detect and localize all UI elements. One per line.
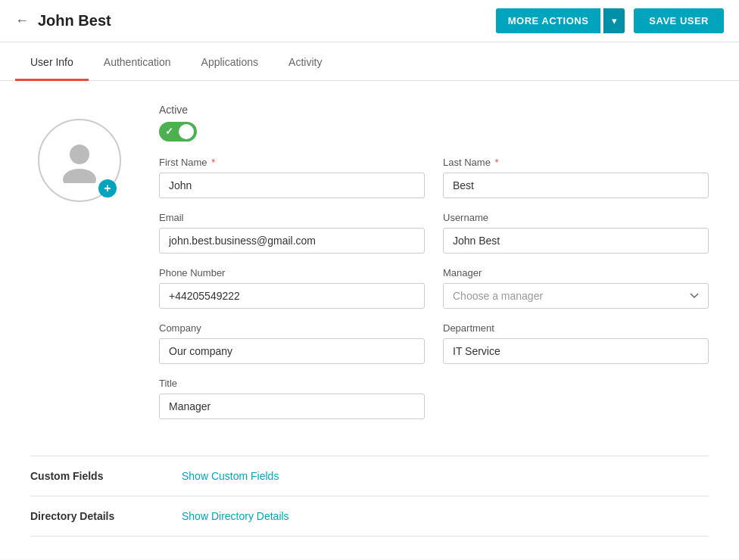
save-user-button[interactable]: SAVE USER <box>634 8 724 33</box>
phone-input[interactable] <box>159 283 425 309</box>
tabs-bar: User Info Authentication Applications Ac… <box>0 42 739 81</box>
back-button[interactable]: ← <box>15 13 29 29</box>
department-input[interactable] <box>443 338 709 364</box>
form-section: + Active ✓ First Name * <box>30 104 709 456</box>
manager-group: Manager Choose a manager <box>443 267 709 309</box>
tab-user-info[interactable]: User Info <box>15 42 89 81</box>
first-name-label: First Name * <box>159 157 425 168</box>
tab-authentication[interactable]: Authentication <box>89 42 186 81</box>
company-label: Company <box>159 322 425 334</box>
title-label: Title <box>159 378 425 389</box>
first-name-required: * <box>209 157 216 168</box>
first-name-group: First Name * <box>159 157 425 198</box>
more-actions-button[interactable]: MORE ACTIONS <box>496 8 601 33</box>
avatar-container: + <box>30 104 129 433</box>
last-name-group: Last Name * <box>443 157 709 198</box>
header-left: ← John Best <box>15 12 111 30</box>
app-header: ← John Best MORE ACTIONS ▾ SAVE USER <box>0 0 739 42</box>
custom-fields-label: Custom Fields <box>30 470 182 482</box>
company-department-row: Company Department <box>159 322 709 364</box>
show-directory-details-link[interactable]: Show Directory Details <box>182 510 289 522</box>
department-label: Department <box>443 322 709 334</box>
tab-activity[interactable]: Activity <box>273 42 337 81</box>
email-group: Email <box>159 212 425 254</box>
tab-applications[interactable]: Applications <box>186 42 274 81</box>
last-name-label: Last Name * <box>443 157 709 168</box>
last-name-required: * <box>492 157 499 168</box>
company-group: Company <box>159 322 425 364</box>
directory-details-label: Directory Details <box>30 510 182 522</box>
title-row: Title <box>159 378 709 419</box>
active-toggle[interactable]: ✓ <box>159 122 197 142</box>
avatar[interactable]: + <box>38 119 121 202</box>
manager-label: Manager <box>443 267 709 278</box>
last-name-input[interactable] <box>443 173 709 198</box>
email-label: Email <box>159 212 425 223</box>
active-field: Active ✓ <box>159 104 709 142</box>
header-actions: MORE ACTIONS ▾ SAVE USER <box>496 8 724 33</box>
phone-group: Phone Number <box>159 267 425 309</box>
main-content: + Active ✓ First Name * <box>0 81 739 559</box>
company-input[interactable] <box>159 338 425 364</box>
username-group: Username <box>443 212 709 254</box>
active-label: Active <box>159 104 709 116</box>
form-fields: Active ✓ First Name * Last Name * <box>159 104 709 433</box>
custom-fields-section: Custom Fields Show Custom Fields <box>30 456 709 496</box>
username-input[interactable] <box>443 228 709 254</box>
email-username-row: Email Username <box>159 212 709 254</box>
phone-manager-row: Phone Number Manager Choose a manager <box>159 267 709 309</box>
email-input[interactable] <box>159 228 425 254</box>
manager-select[interactable]: Choose a manager <box>443 283 709 309</box>
svg-point-0 <box>70 145 89 164</box>
show-custom-fields-link[interactable]: Show Custom Fields <box>182 470 279 482</box>
username-label: Username <box>443 212 709 223</box>
title-input[interactable] <box>159 394 425 419</box>
department-group: Department <box>443 322 709 364</box>
directory-details-section: Directory Details Show Directory Details <box>30 496 709 537</box>
dropdown-chevron-icon: ▾ <box>612 15 617 26</box>
add-avatar-button[interactable]: + <box>98 179 117 198</box>
svg-point-1 <box>63 169 96 183</box>
page-title: John Best <box>38 12 111 30</box>
first-name-input[interactable] <box>159 173 425 198</box>
name-row: First Name * Last Name * <box>159 157 709 198</box>
person-icon <box>57 138 102 183</box>
title-group: Title <box>159 378 425 419</box>
more-actions-dropdown-button[interactable]: ▾ <box>603 8 625 33</box>
toggle-check-icon: ✓ <box>165 126 173 137</box>
phone-label: Phone Number <box>159 267 425 278</box>
